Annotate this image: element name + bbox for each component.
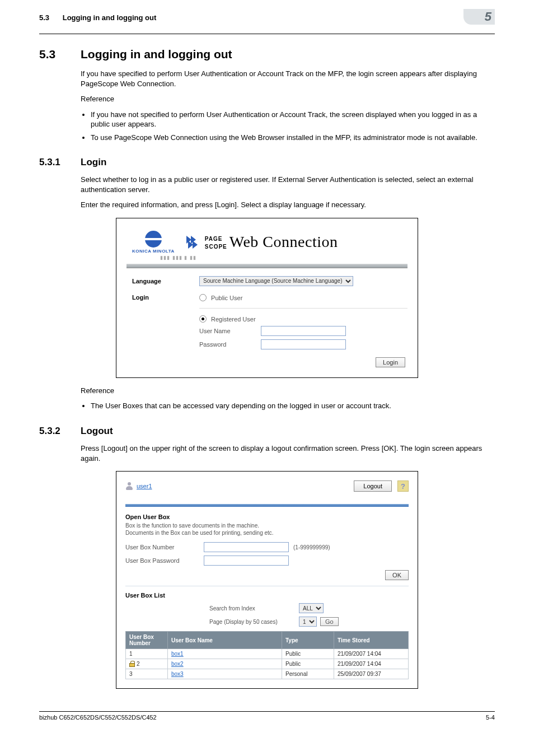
list-item: If you have not specified to perform Use… bbox=[91, 110, 495, 129]
open-user-box-description: Box is the function to save documents in… bbox=[125, 522, 409, 536]
pagescope-text: PAGE SCOPE bbox=[205, 235, 227, 251]
logged-in-username[interactable]: user1 bbox=[137, 483, 354, 489]
reference-list: If you have not specified to perform Use… bbox=[91, 110, 495, 143]
thin-divider bbox=[125, 586, 409, 586]
user-name-input[interactable] bbox=[261, 326, 346, 336]
header-chapter-number: 5 bbox=[463, 9, 495, 25]
language-row: Language Source Machine Language (Source… bbox=[127, 276, 407, 286]
reference-list: The User Boxes that can be accessed vary… bbox=[91, 401, 495, 411]
user-box-password-row: User Box Password bbox=[125, 556, 409, 566]
reference-label: Reference bbox=[81, 94, 495, 104]
search-index-select[interactable]: ALL bbox=[299, 603, 324, 613]
section-5-3-1-heading: 5.3.1 Login bbox=[39, 157, 495, 168]
user-box-list-title: User Box List bbox=[125, 592, 409, 599]
th-type[interactable]: Type bbox=[282, 632, 334, 649]
header-section-number: 5.3 bbox=[39, 13, 49, 22]
th-user-box-name[interactable]: User Box Name bbox=[168, 632, 282, 649]
header-section-title: Logging in and logging out bbox=[63, 13, 157, 22]
page-display-label: Page (Display by 50 cases) bbox=[209, 619, 299, 625]
login-subdivider bbox=[199, 308, 407, 309]
page-header: 5.3 Logging in and logging out 5 bbox=[39, 13, 495, 27]
blue-separator-bar bbox=[125, 504, 409, 507]
paragraph: Enter the required information, and pres… bbox=[81, 200, 495, 210]
user-icon bbox=[125, 482, 133, 490]
th-time-stored[interactable]: Time Stored bbox=[334, 632, 409, 649]
section-5-3-heading: 5.3 Logging in and logging out bbox=[39, 48, 495, 61]
login-row: Login Public User Registered User User N… bbox=[127, 294, 407, 349]
user-box-password-label: User Box Password bbox=[125, 557, 204, 564]
cell-time-stored: 21/09/2007 14:04 bbox=[334, 649, 409, 659]
login-screenshot: KONICA MINOLTA PAGE SCOPE Web Connection bbox=[116, 218, 418, 378]
paragraph: Select whether to log in as a public use… bbox=[81, 175, 495, 194]
registered-user-label: Registered User bbox=[211, 316, 255, 323]
user-box-link[interactable]: box2 bbox=[171, 661, 184, 667]
logo-row: KONICA MINOLTA PAGE SCOPE Web Connection bbox=[127, 231, 407, 254]
registered-user-radio[interactable]: Registered User bbox=[199, 315, 407, 323]
heading-number: 5.3.2 bbox=[39, 426, 81, 437]
konica-minolta-text: KONICA MINOLTA bbox=[132, 249, 175, 254]
logout-screenshot: user1 Logout ? Open User Box Box is the … bbox=[116, 471, 418, 689]
user-box-table: User Box Number User Box Name Type Time … bbox=[125, 631, 409, 679]
top-user-bar: user1 Logout ? bbox=[125, 480, 409, 492]
ok-button[interactable]: OK bbox=[385, 570, 409, 580]
cell-user-box-number: 1 bbox=[126, 649, 168, 659]
password-input[interactable] bbox=[261, 339, 346, 349]
user-box-password-input[interactable] bbox=[204, 556, 289, 566]
list-item: To use PageScope Web Connection using th… bbox=[91, 133, 495, 143]
search-from-index-label: Search from Index bbox=[209, 605, 299, 612]
user-name-label: User Name bbox=[199, 328, 261, 334]
help-icon[interactable]: ? bbox=[397, 480, 409, 492]
page-select[interactable]: 1 bbox=[299, 617, 317, 627]
cell-type: Public bbox=[282, 659, 334, 669]
pagescope-arrows-icon bbox=[186, 234, 203, 250]
th-user-box-number[interactable]: User Box Number bbox=[126, 632, 168, 649]
heading-number: 5.3 bbox=[39, 48, 81, 61]
paragraph: Press [Logout] on the upper right of the… bbox=[81, 444, 495, 463]
section-5-3-2-heading: 5.3.2 Logout bbox=[39, 426, 495, 437]
cell-type: Personal bbox=[282, 669, 334, 679]
user-box-number-label: User Box Number bbox=[125, 544, 204, 550]
user-box-link[interactable]: box1 bbox=[171, 651, 184, 657]
footer-model-text: bizhub C652/C652DS/C552/C552DS/C452 bbox=[39, 714, 157, 721]
header-separator-bar bbox=[127, 264, 407, 268]
web-connection-text: Web Connection bbox=[229, 233, 338, 251]
cell-user-box-number: 3 bbox=[126, 669, 168, 679]
heading-number: 5.3.1 bbox=[39, 157, 81, 168]
go-button[interactable]: Go bbox=[320, 617, 339, 626]
page-footer: bizhub C652/C652DS/C552/C552DS/C452 5-4 bbox=[39, 711, 495, 721]
globe-icon bbox=[145, 231, 162, 248]
search-index-row: Search from Index ALL bbox=[125, 603, 409, 613]
user-name-row: User Name bbox=[199, 326, 407, 336]
language-label: Language bbox=[127, 278, 199, 284]
heading-title: Logging in and logging out bbox=[81, 48, 232, 61]
page-display-row: Page (Display by 50 cases) 1 Go bbox=[125, 617, 409, 627]
footer-page-number: 5-4 bbox=[486, 714, 495, 721]
password-row: Password bbox=[199, 339, 407, 349]
login-label: Login bbox=[127, 294, 199, 301]
cell-user-box-name: box3 bbox=[168, 669, 282, 679]
table-row: 1box1Public21/09/2007 14:04 bbox=[126, 649, 409, 659]
cell-type: Public bbox=[282, 649, 334, 659]
password-label: Password bbox=[199, 341, 261, 348]
language-select[interactable]: Source Machine Language (Source Machine … bbox=[199, 276, 353, 286]
public-user-radio[interactable]: Public User bbox=[199, 294, 407, 301]
logout-button[interactable]: Logout bbox=[354, 480, 392, 492]
heading-title: Login bbox=[81, 157, 106, 168]
reference-label: Reference bbox=[81, 386, 495, 396]
cell-time-stored: 25/09/2007 09:37 bbox=[334, 669, 409, 679]
user-box-number-input[interactable] bbox=[204, 542, 289, 552]
login-button[interactable]: Login bbox=[376, 357, 405, 367]
model-obscured-text: ▮▮▮ ▮▮▮ ▮ ▮▮ bbox=[160, 255, 407, 260]
user-box-link[interactable]: box3 bbox=[171, 671, 184, 677]
user-box-number-hint: (1-999999999) bbox=[293, 544, 330, 550]
cell-user-box-name: box2 bbox=[168, 659, 282, 669]
cell-user-box-number: 2 bbox=[126, 659, 168, 669]
konica-minolta-logo: KONICA MINOLTA bbox=[132, 231, 175, 254]
header-divider bbox=[39, 34, 495, 34]
heading-title: Logout bbox=[81, 426, 113, 437]
paragraph: If you have specified to perform User Au… bbox=[81, 69, 495, 88]
user-box-number-row: User Box Number (1-999999999) bbox=[125, 542, 409, 552]
table-row: 2box2Public21/09/2007 14:04 bbox=[126, 659, 409, 669]
lock-icon bbox=[129, 661, 135, 667]
radio-icon bbox=[199, 294, 207, 301]
